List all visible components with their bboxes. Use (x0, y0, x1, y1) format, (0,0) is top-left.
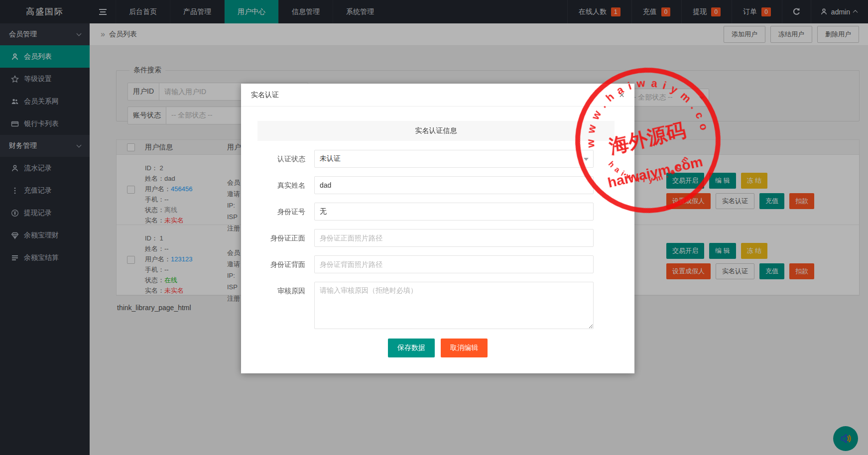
id-number-label: 身份证号 (261, 203, 314, 217)
review-reason-textarea[interactable] (314, 282, 594, 329)
modal-title: 实名认证 (251, 91, 279, 100)
id-back-label: 身份证背面 (261, 255, 314, 269)
close-icon[interactable]: × (619, 90, 624, 100)
modal-footer: 保存数据 取消编辑 (261, 329, 615, 357)
modal-header: 实名认证 × (241, 84, 634, 107)
modal-body: 实名认证信息 认证状态 未认证 真实姓名 身份证号 身份证正面 身份证背面 审核… (241, 107, 634, 357)
real-name-input[interactable] (314, 176, 594, 194)
section-title: 实名认证信息 (257, 121, 615, 141)
id-back-input[interactable] (314, 255, 594, 273)
auth-status-select[interactable]: 未认证 (314, 150, 594, 168)
real-name-label: 真实姓名 (261, 176, 314, 190)
cancel-button[interactable]: 取消编辑 (441, 339, 488, 357)
caret-down-icon (584, 158, 589, 161)
realname-modal: 实名认证 × 实名认证信息 认证状态 未认证 真实姓名 身份证号 身份证正面 身… (241, 84, 634, 373)
id-number-input[interactable] (314, 203, 594, 221)
review-reason-label: 审核原因 (261, 282, 314, 296)
save-button[interactable]: 保存数据 (388, 339, 435, 357)
auth-status-label: 认证状态 (261, 150, 314, 164)
id-front-label: 身份证正面 (261, 229, 314, 243)
id-front-input[interactable] (314, 229, 594, 247)
